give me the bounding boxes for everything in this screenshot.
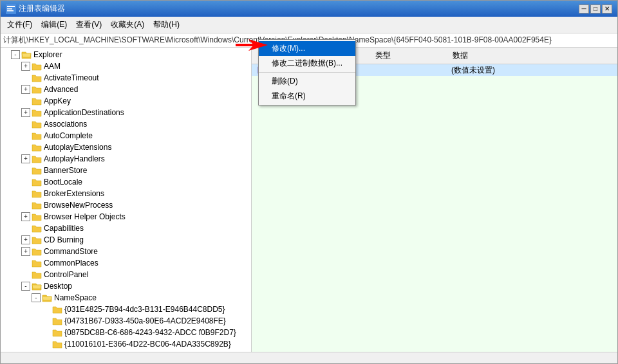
tree-toggle-empty	[21, 201, 30, 210]
context-menu-separator	[259, 72, 355, 73]
tree-toggle[interactable]: -	[21, 282, 30, 291]
menu-item[interactable]: 帮助(H)	[149, 18, 183, 32]
context-menu-item-modify[interactable]: 修改(M)...	[259, 41, 355, 56]
tree-toggle-empty	[42, 328, 51, 337]
tree-item[interactable]: AutoplayExtensions	[1, 141, 251, 153]
tree-toggle[interactable]: +	[21, 235, 30, 244]
tree-toggle-empty	[21, 270, 30, 279]
value-data: (数值未设置)	[451, 65, 495, 76]
tree-toggle-empty	[21, 166, 30, 175]
menu-bar: 文件(F)编辑(E)查看(V)收藏夹(A)帮助(H)	[1, 17, 617, 33]
tree-item[interactable]: +AutoplayHandlers	[1, 153, 251, 165]
tree-item[interactable]: +AAM	[1, 60, 251, 72]
tree-item[interactable]: Capabilities	[1, 223, 251, 234]
tree-item[interactable]: AppKey	[1, 95, 251, 107]
tree-toggle[interactable]: -	[11, 50, 20, 59]
tree-toggle-empty	[42, 351, 51, 352]
title-text: 注册表编辑器	[19, 3, 65, 14]
folder-icon	[32, 62, 42, 71]
tree-item[interactable]: BrowseNewProcess	[1, 199, 251, 211]
tree-item[interactable]: {031E4825-7B94-4dc3-B131-E946B44C8DD5}	[1, 304, 251, 315]
tree-label: Capabilities	[44, 224, 84, 233]
tree-item[interactable]: -NameSpace	[1, 292, 251, 304]
tree-toggle-empty	[21, 73, 30, 82]
context-menu-item-modify-binary[interactable]: 修改二进制数据(B)...	[259, 56, 355, 71]
folder-icon	[32, 282, 42, 291]
tree-item[interactable]: {13B508bc-1e03-49ea-9c8f-ea9e1d0d5d65d}	[1, 350, 251, 352]
context-menu-item-delete[interactable]: 删除(D)	[259, 74, 355, 89]
tree-label: Browser Helper Objects	[44, 212, 126, 221]
menu-item[interactable]: 文件(F)	[3, 18, 36, 32]
tree-label: ControlPanel	[44, 270, 88, 279]
tree-label: AutoplayHandlers	[44, 154, 105, 163]
tree-item[interactable]: +CD Burning	[1, 234, 251, 246]
tree-item[interactable]: Associations	[1, 118, 251, 130]
col-data-header: 数据	[447, 49, 615, 62]
tree-item[interactable]: BannerStore	[1, 165, 251, 176]
tree-label: {13B508bc-1e03-49ea-9c8f-ea9e1d0d5d65d}	[64, 351, 220, 352]
tree-label: BrowseNewProcess	[44, 201, 113, 210]
folder-icon	[52, 328, 62, 337]
tree-item[interactable]: {110016101-E366-4D22-BC06-4ADA335C892B}	[1, 338, 251, 350]
tree-item[interactable]: {0875DC8B-C6-686-4243-9432-ADCC f0B9F2D7…	[1, 327, 251, 338]
svg-rect-3	[7, 10, 14, 12]
tree-label: Advanced	[44, 85, 78, 94]
tree-toggle-empty	[42, 340, 51, 349]
folder-icon	[32, 270, 42, 279]
folder-icon	[52, 305, 62, 314]
tree-label: AAM	[44, 62, 61, 71]
tree-item[interactable]: ControlPanel	[1, 269, 251, 280]
tree-item[interactable]: +Advanced	[1, 84, 251, 95]
folder-icon	[32, 108, 42, 117]
tree-toggle[interactable]: -	[32, 293, 41, 302]
tree-toggle-empty	[21, 189, 30, 198]
tree-item[interactable]: +Browser Helper Objects	[1, 211, 251, 223]
tree-item[interactable]: BootLocale	[1, 176, 251, 188]
tree-label: {04731B67-D933-450a-90E6-4ACD2E9408FE}	[64, 316, 226, 325]
tree-label: AutoplayExtensions	[44, 143, 111, 152]
minimize-button[interactable]: ─	[579, 5, 589, 14]
tree-item[interactable]: BrokerExtensions	[1, 188, 251, 199]
folder-icon	[52, 316, 62, 325]
tree-toggle[interactable]: +	[21, 108, 30, 117]
tree-label: BrokerExtensions	[44, 189, 104, 198]
status-bar	[1, 352, 617, 363]
tree-toggle-empty	[21, 143, 30, 152]
tree-item[interactable]: +CommandStore	[1, 246, 251, 257]
folder-icon	[32, 224, 42, 233]
folder-icon	[32, 247, 42, 256]
tree-toggle[interactable]: +	[21, 154, 30, 163]
folder-icon	[32, 189, 42, 198]
tree-toggle[interactable]: +	[21, 247, 30, 256]
tree-item[interactable]: CommonPlaces	[1, 257, 251, 269]
tree-label: {031E4825-7B94-4dc3-B131-E946B44C8DD5}	[64, 305, 225, 314]
tree-toggle[interactable]: +	[21, 62, 30, 71]
folder-icon	[32, 85, 42, 94]
tree-label: BannerStore	[44, 166, 87, 175]
tree-item[interactable]: -Explorer	[1, 49, 251, 60]
tree-label: BootLocale	[44, 177, 82, 187]
folder-icon	[32, 131, 42, 140]
folder-icon	[32, 166, 42, 175]
tree-item[interactable]: -Desktop	[1, 280, 251, 292]
menu-item[interactable]: 收藏夹(A)	[107, 18, 148, 32]
tree-item[interactable]: +ApplicationDestinations	[1, 107, 251, 118]
close-button[interactable]: ✕	[602, 5, 612, 14]
tree-toggle[interactable]: +	[21, 212, 30, 221]
menu-item[interactable]: 查看(V)	[72, 18, 106, 32]
menu-item[interactable]: 编辑(E)	[37, 18, 71, 32]
tree-label: Explorer	[33, 50, 62, 59]
folder-icon	[32, 73, 42, 82]
tree-item[interactable]: AutoComplete	[1, 130, 251, 141]
tree-label: Desktop	[44, 282, 72, 291]
tree-item[interactable]: ActivateTimeout	[1, 72, 251, 84]
app-icon	[6, 4, 16, 14]
maximize-button[interactable]: □	[590, 5, 601, 14]
tree-item[interactable]: {04731B67-D933-450a-90E6-4ACD2E9408FE}	[1, 315, 251, 327]
folder-icon	[32, 259, 42, 268]
tree-toggle[interactable]: +	[21, 85, 30, 94]
folder-icon	[32, 120, 42, 129]
folder-icon	[32, 235, 42, 244]
context-menu-item-rename[interactable]: 重命名(R)	[259, 89, 355, 104]
left-panel[interactable]: -Explorer+AAMActivateTimeout+AdvancedApp…	[1, 48, 252, 352]
